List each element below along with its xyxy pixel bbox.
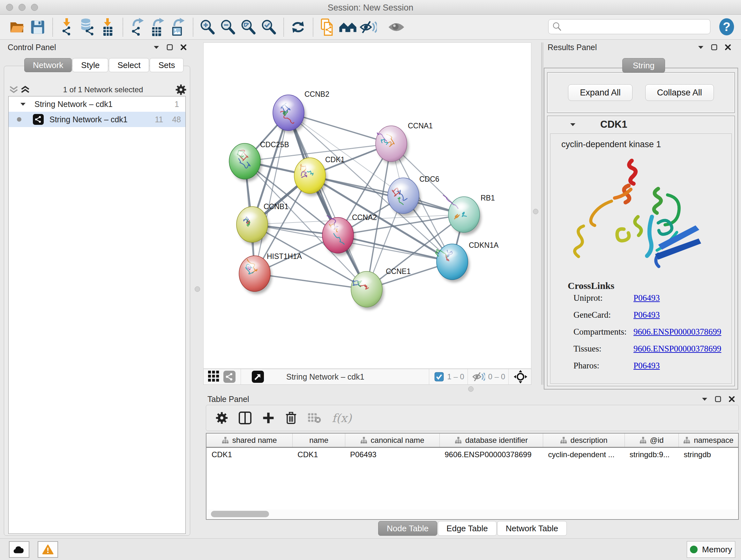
table-cell[interactable]: CDK1 bbox=[292, 448, 345, 462]
table-cell[interactable]: 9606.ENSP00000378699 bbox=[440, 448, 543, 462]
crosshair-navigator-icon[interactable] bbox=[514, 370, 527, 383]
expand-all-chevrons-icon[interactable] bbox=[20, 85, 30, 94]
network-node-RB1[interactable] bbox=[443, 195, 481, 235]
table-horizontal-scrollbar[interactable] bbox=[207, 509, 737, 518]
table-cell[interactable]: stringdb:9... bbox=[624, 448, 679, 462]
close-panel-icon[interactable] bbox=[725, 44, 731, 51]
gene-symbol: CDK1 bbox=[600, 119, 627, 130]
tab-sets[interactable]: Sets bbox=[150, 58, 184, 72]
network-node-CDK1[interactable] bbox=[294, 158, 327, 196]
warnings-button[interactable] bbox=[38, 541, 58, 558]
column-header-canonical-name[interactable]: canonical name bbox=[345, 434, 440, 447]
network-share-view-icon[interactable] bbox=[223, 371, 235, 383]
export-image-button[interactable] bbox=[169, 17, 187, 37]
network-node-CCNA2[interactable] bbox=[322, 216, 355, 256]
selected-checkbox-icon[interactable] bbox=[434, 372, 444, 381]
hidden-eye-icon[interactable] bbox=[472, 372, 485, 382]
right-splitter-handle[interactable] bbox=[533, 209, 538, 214]
help-button[interactable]: ? bbox=[719, 18, 735, 36]
open-session-button[interactable] bbox=[8, 17, 26, 37]
collapse-all-chevrons-icon[interactable] bbox=[8, 85, 19, 94]
network-node-CDC6[interactable] bbox=[388, 178, 421, 216]
import-network-database-button[interactable] bbox=[78, 17, 96, 37]
network-node-CCNB2[interactable] bbox=[273, 95, 306, 133]
close-panel-icon[interactable] bbox=[180, 44, 187, 51]
table-cell[interactable]: P06493 bbox=[345, 448, 440, 462]
tab-node-table[interactable]: Node Table bbox=[378, 521, 437, 536]
network-canvas[interactable]: CCNB2CCNA1CDC25BCDK1CDC6RB1CCNB1CCNA2CDK… bbox=[203, 43, 531, 369]
network-node-CDKN1A[interactable] bbox=[435, 244, 469, 282]
column-header-name[interactable]: name bbox=[292, 434, 345, 447]
add-column-icon[interactable] bbox=[262, 412, 274, 424]
float-panel-icon[interactable] bbox=[715, 396, 722, 402]
table-cell[interactable]: stringdb bbox=[678, 448, 738, 462]
search-input[interactable] bbox=[562, 22, 702, 31]
grid-view-icon[interactable] bbox=[208, 371, 220, 383]
tab-style[interactable]: Style bbox=[72, 58, 108, 72]
column-header-description[interactable]: description bbox=[543, 434, 624, 447]
delete-column-trash-icon[interactable] bbox=[285, 412, 297, 424]
table-cell[interactable]: CDK1 bbox=[206, 448, 292, 462]
network-list-gear-icon[interactable] bbox=[176, 84, 186, 95]
column-header-namespace[interactable]: namespace bbox=[678, 434, 738, 447]
column-header-shared-name[interactable]: shared name bbox=[206, 434, 292, 447]
export-table-button[interactable] bbox=[149, 17, 166, 37]
panel-menu-caret-icon[interactable] bbox=[702, 397, 708, 401]
results-tab-string[interactable]: String bbox=[622, 58, 665, 73]
vertical-splitter[interactable] bbox=[541, 43, 543, 385]
panel-menu-caret-icon[interactable] bbox=[698, 45, 704, 50]
network-node-CCNE1[interactable] bbox=[351, 271, 384, 310]
cloud-status-button[interactable] bbox=[9, 541, 29, 558]
save-session-button[interactable] bbox=[29, 17, 47, 37]
crosslink-link[interactable]: 9606.ENSP00000378699 bbox=[633, 344, 721, 354]
show-columns-icon[interactable] bbox=[239, 412, 252, 424]
zoom-in-button[interactable] bbox=[199, 17, 216, 37]
show-all-button[interactable] bbox=[387, 17, 405, 37]
table-settings-gear-icon[interactable] bbox=[216, 412, 228, 424]
birds-eye-view-icon[interactable] bbox=[252, 371, 264, 383]
panel-menu-caret-icon[interactable] bbox=[153, 45, 159, 50]
export-network-button[interactable] bbox=[128, 17, 146, 37]
section-collapse-caret-icon[interactable] bbox=[570, 123, 576, 127]
memory-button[interactable]: Memory bbox=[687, 541, 735, 558]
tab-network-table[interactable]: Network Table bbox=[497, 521, 567, 536]
crosslink-link[interactable]: 9606.ENSP00000378699 bbox=[633, 327, 721, 337]
crosslink-link[interactable]: P06493 bbox=[633, 361, 660, 371]
crosslink-link[interactable]: P06493 bbox=[633, 310, 660, 320]
horizontal-splitter-handle[interactable] bbox=[468, 386, 474, 392]
network-view-footer: String Network – cdk1 1 – 0 0 – 0 bbox=[203, 369, 531, 385]
zoom-fit-button[interactable] bbox=[239, 17, 257, 37]
zoom-out-button[interactable] bbox=[219, 17, 237, 37]
crosslink-link[interactable]: P06493 bbox=[633, 293, 660, 303]
column-header-database-identifier[interactable]: database identifier bbox=[440, 434, 543, 447]
tab-network[interactable]: Network bbox=[24, 58, 72, 72]
import-network-file-button[interactable] bbox=[58, 17, 76, 37]
left-splitter-handle[interactable] bbox=[195, 287, 200, 292]
expand-all-button[interactable]: Expand All bbox=[568, 84, 632, 101]
zoom-selected-button[interactable] bbox=[260, 17, 278, 37]
column-header-id[interactable]: @id bbox=[624, 434, 679, 447]
scrollbar-thumb[interactable] bbox=[211, 511, 269, 517]
float-panel-icon[interactable] bbox=[711, 44, 718, 51]
refresh-view-button[interactable] bbox=[289, 17, 307, 37]
tree-expand-caret-icon[interactable] bbox=[20, 102, 26, 106]
first-neighbors-button[interactable] bbox=[339, 17, 357, 37]
crosslink-row: Pharos:P06493 bbox=[574, 361, 731, 371]
network-collection-row[interactable]: String Network – cdk1 1 bbox=[9, 97, 185, 112]
table-cell[interactable]: cyclin-dependent ... bbox=[543, 448, 624, 462]
import-table-button[interactable] bbox=[99, 17, 117, 37]
tab-select[interactable]: Select bbox=[109, 58, 149, 72]
network-node-HIST1H1A[interactable] bbox=[239, 256, 272, 294]
close-panel-icon[interactable] bbox=[729, 396, 735, 402]
hide-selected-button[interactable] bbox=[359, 17, 377, 37]
gene-section-header[interactable]: CDK1 bbox=[548, 116, 734, 133]
network-row[interactable]: String Network – cdk1 11 48 bbox=[9, 112, 185, 127]
network-node-CDC25B[interactable] bbox=[229, 143, 262, 182]
float-panel-icon[interactable] bbox=[166, 44, 173, 51]
network-node-CCNB1[interactable] bbox=[237, 206, 269, 245]
string-import-button[interactable] bbox=[319, 17, 336, 37]
network-node-CCNA1[interactable] bbox=[376, 126, 408, 164]
tab-edge-table[interactable]: Edge Table bbox=[438, 521, 496, 536]
table-row[interactable]: CDK1CDK1P064939606.ENSP00000378699cyclin… bbox=[206, 448, 738, 462]
collapse-all-button[interactable]: Collapse All bbox=[645, 84, 714, 101]
